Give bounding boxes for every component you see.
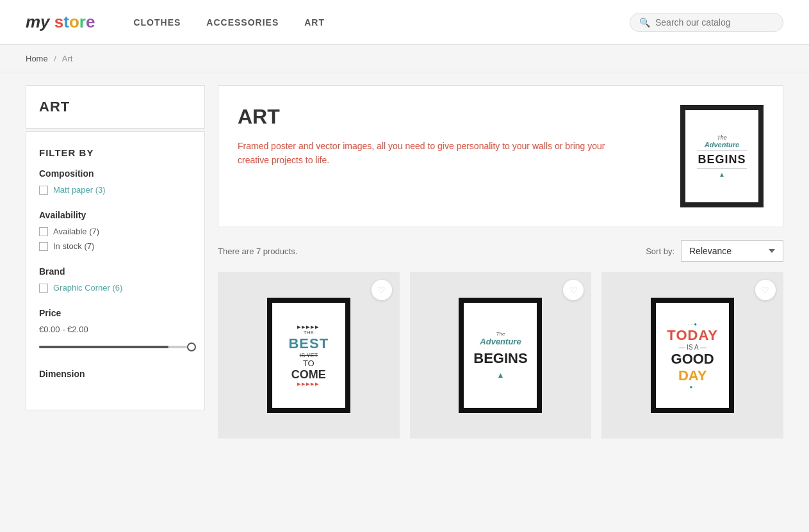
product-frame-3: · · ● TODAY — IS A — GOOD DAY ● · — [651, 298, 734, 413]
product-card-inner-2: The Adventure · · · · · · · · BEGINS · ·… — [410, 272, 592, 439]
hero-poster-inner: The Adventure BEGINS ▲ — [685, 110, 758, 202]
product-card-2[interactable]: ♡ The Adventure · · · · · · · · BEGINS ·… — [410, 272, 592, 439]
sort-container: Sort by: Relevance — [646, 240, 783, 262]
breadcrumb-home[interactable]: Home — [26, 54, 48, 63]
sidebar-category-title: ART — [39, 99, 192, 115]
filter-option-in-stock[interactable]: In stock (7) — [39, 241, 192, 251]
main-nav: CLOTHES ACCESSORIES ART — [133, 14, 630, 31]
checkbox-available[interactable] — [39, 227, 48, 236]
price-range-display: €0.00 - €2.00 — [39, 325, 192, 334]
filter-option-available[interactable]: Available (7) — [39, 227, 192, 236]
product-poster-1: ▶▶▶▶▶ THE BEST IS YET TO COME ▶▶▶▶▶ — [272, 303, 345, 408]
breadcrumb-separator: / — [54, 54, 56, 63]
art-hero-title: ART — [238, 105, 667, 129]
filter-by-title: FILTER BY — [39, 147, 192, 158]
art-hero-image: The Adventure BEGINS ▲ — [680, 105, 764, 207]
composition-label: Composition — [39, 168, 192, 179]
filter-option-graphic-corner[interactable]: Graphic Corner (6) — [39, 283, 192, 293]
product-card-3[interactable]: ♡ · · ● TODAY — IS A — GOOD DAY ● · — [601, 272, 783, 439]
checkbox-graphic-corner[interactable] — [39, 284, 48, 293]
search-input[interactable] — [655, 17, 774, 28]
breadcrumb: Home / Art — [26, 54, 72, 63]
products-bar: There are 7 products. Sort by: Relevance — [218, 240, 783, 262]
sidebar: ART FILTER BY Composition Matt paper (3)… — [26, 85, 205, 439]
filter-availability: Availability Available (7) In stock (7) — [39, 210, 192, 251]
product-frame-2: The Adventure · · · · · · · · BEGINS · ·… — [459, 298, 542, 413]
filter-brand: Brand Graphic Corner (6) — [39, 266, 192, 293]
nav-item-art[interactable]: ART — [304, 14, 325, 31]
main-content: ART Framed poster and vector images, all… — [218, 85, 783, 439]
wishlist-button-3[interactable]: ♡ — [755, 280, 776, 300]
breadcrumb-current: Art — [62, 54, 73, 63]
checkbox-matt-paper[interactable] — [39, 186, 48, 195]
logo[interactable]: my store — [26, 12, 95, 32]
filter-composition: Composition Matt paper (3) — [39, 168, 192, 195]
products-count: There are 7 products. — [218, 246, 297, 256]
heart-icon-2: ♡ — [569, 285, 578, 295]
art-hero-text: ART Framed poster and vector images, all… — [238, 105, 667, 168]
filter-option-matt-paper[interactable]: Matt paper (3) — [39, 185, 192, 195]
product-frame-1: ▶▶▶▶▶ THE BEST IS YET TO COME ▶▶▶▶▶ — [267, 298, 350, 413]
products-grid: ♡ ▶▶▶▶▶ THE BEST IS YET TO COME — [218, 272, 783, 439]
filter-price: Price €0.00 - €2.00 — [39, 308, 192, 353]
price-slider[interactable] — [39, 341, 192, 353]
price-slider-thumb[interactable] — [187, 343, 196, 351]
product-card-1[interactable]: ♡ ▶▶▶▶▶ THE BEST IS YET TO COME — [218, 272, 400, 439]
sort-select[interactable]: Relevance — [681, 240, 783, 262]
hero-poster-frame: The Adventure BEGINS ▲ — [680, 105, 764, 207]
wishlist-button-1[interactable]: ♡ — [372, 280, 392, 300]
nav-item-accessories[interactable]: ACCESSORIES — [206, 14, 279, 31]
heart-icon-1: ♡ — [377, 285, 386, 295]
product-card-inner-3: · · ● TODAY — IS A — GOOD DAY ● · — [601, 272, 783, 439]
breadcrumb-bar: Home / Art — [0, 45, 809, 72]
price-label: Price — [39, 308, 192, 318]
filter-label-matt-paper: Matt paper (3) — [53, 185, 106, 195]
brand-label: Brand — [39, 266, 192, 277]
search-icon: 🔍 — [639, 17, 650, 28]
product-poster-2: The Adventure · · · · · · · · BEGINS · ·… — [464, 303, 537, 408]
heart-icon-3: ♡ — [761, 285, 769, 295]
product-card-inner-1: ▶▶▶▶▶ THE BEST IS YET TO COME ▶▶▶▶▶ — [218, 272, 400, 439]
art-hero: ART Framed poster and vector images, all… — [218, 85, 783, 227]
search-box[interactable]: 🔍 — [630, 13, 783, 32]
availability-label: Availability — [39, 210, 192, 220]
product-poster-3: · · ● TODAY — IS A — GOOD DAY ● · — [656, 303, 729, 408]
main-layout: ART FILTER BY Composition Matt paper (3)… — [0, 72, 809, 451]
sidebar-filters: FILTER BY Composition Matt paper (3) Ava… — [26, 131, 205, 410]
sidebar-title-box: ART — [26, 85, 205, 129]
dimension-label: Dimension — [39, 369, 192, 379]
filter-label-available: Available (7) — [53, 227, 99, 236]
site-header: my store CLOTHES ACCESSORIES ART 🔍 — [0, 0, 809, 45]
checkbox-in-stock[interactable] — [39, 242, 48, 251]
filter-label-graphic-corner: Graphic Corner (6) — [53, 283, 122, 293]
art-hero-description: Framed poster and vector images, all you… — [238, 139, 622, 168]
nav-item-clothes[interactable]: CLOTHES — [133, 14, 181, 31]
filter-label-in-stock: In stock (7) — [53, 241, 94, 251]
logo-text-my: my — [26, 12, 54, 31]
price-slider-fill — [39, 346, 168, 348]
filter-dimension: Dimension — [39, 369, 192, 379]
sort-label: Sort by: — [646, 246, 674, 256]
price-slider-track — [39, 346, 192, 348]
